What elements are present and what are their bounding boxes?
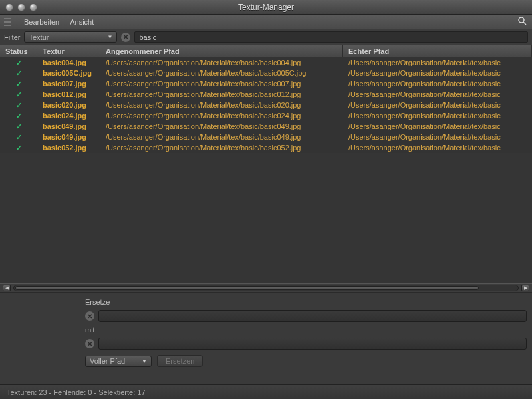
assumed-path: /Users/asanger/Organisation/Material/tex… [100, 101, 343, 109]
zoom-window-button[interactable] [29, 3, 37, 11]
close-window-button[interactable] [5, 3, 13, 11]
table-row[interactable]: ✓basic049.jpg/Users/asanger/Organisation… [0, 121, 532, 132]
texture-name: basic049.jpg [37, 133, 100, 141]
menu-edit[interactable]: Bearbeiten [24, 18, 59, 26]
status-check-icon: ✓ [0, 144, 37, 152]
menu-view[interactable]: Ansicht [70, 18, 94, 26]
texture-name: basic020.jpg [37, 101, 100, 109]
column-header-assumed-path[interactable]: Angenommener Pfad [100, 45, 343, 57]
texture-name: basic024.jpg [37, 112, 100, 120]
replace-from-input[interactable] [98, 310, 527, 322]
table-header: Status Textur Angenommener Pfad Echter P… [0, 45, 532, 57]
real-path: /Users/asanger/Organisation/Material/tex… [343, 90, 532, 98]
table-row[interactable]: ✓basic007.jpg/Users/asanger/Organisation… [0, 78, 532, 89]
status-text: Texturen: 23 - Fehlende: 0 - Selektierte… [7, 388, 146, 396]
window-controls [0, 3, 37, 11]
column-header-real-path[interactable]: Echter Pfad [343, 45, 532, 57]
assumed-path: /Users/asanger/Organisation/Material/tex… [100, 69, 343, 77]
horizontal-scrollbar[interactable]: ◀ ▶ [0, 283, 532, 293]
replace-mode-dropdown[interactable]: Voller Pfad ▼ [85, 356, 152, 367]
real-path: /Users/asanger/Organisation/Material/tex… [343, 101, 532, 109]
assumed-path: /Users/asanger/Organisation/Material/tex… [100, 59, 343, 66]
texture-name: basic004.jpg [37, 59, 100, 66]
status-check-icon: ✓ [0, 101, 37, 110]
filter-search-input[interactable] [134, 31, 528, 43]
svg-point-0 [519, 17, 524, 23]
replace-with-label: mit [85, 326, 527, 334]
assumed-path: /Users/asanger/Organisation/Material/tex… [100, 144, 343, 152]
assumed-path: /Users/asanger/Organisation/Material/tex… [100, 112, 343, 120]
replace-to-input[interactable] [98, 338, 527, 350]
texture-name: basic052.jpg [37, 144, 100, 152]
status-check-icon: ✓ [0, 90, 37, 99]
menubar: Bearbeiten Ansicht [0, 15, 532, 29]
assumed-path: /Users/asanger/Organisation/Material/tex… [100, 133, 343, 141]
status-check-icon: ✓ [0, 59, 37, 67]
replace-panel: Ersetze ✕ mit ✕ Voller Pfad ▼ Ersetzen [0, 293, 532, 372]
drag-grip-icon[interactable] [4, 18, 11, 26]
search-icon[interactable] [517, 16, 527, 27]
real-path: /Users/asanger/Organisation/Material/tex… [343, 69, 532, 77]
scroll-track[interactable] [13, 285, 519, 291]
filter-bar: Filter Textur ▼ ✕ [0, 29, 532, 45]
filter-type-value: Textur [29, 33, 49, 41]
assumed-path: /Users/asanger/Organisation/Material/tex… [100, 122, 343, 130]
table-row[interactable]: ✓basic049.jpg/Users/asanger/Organisation… [0, 132, 532, 142]
real-path: /Users/asanger/Organisation/Material/tex… [343, 59, 532, 66]
table-row[interactable]: ✓basic004.jpg/Users/asanger/Organisation… [0, 57, 532, 68]
real-path: /Users/asanger/Organisation/Material/tex… [343, 122, 532, 130]
scroll-thumb[interactable] [15, 286, 479, 290]
table-row[interactable]: ✓basic012.jpg/Users/asanger/Organisation… [0, 89, 532, 100]
chevron-down-icon: ▼ [142, 358, 147, 364]
table-row[interactable]: ✓basic020.jpg/Users/asanger/Organisation… [0, 100, 532, 110]
texture-name: basic012.jpg [37, 90, 100, 98]
filter-label: Filter [4, 33, 20, 41]
real-path: /Users/asanger/Organisation/Material/tex… [343, 80, 532, 88]
clear-replace-to-button[interactable]: ✕ [85, 339, 94, 348]
table-body: ✓basic004.jpg/Users/asanger/Organisation… [0, 57, 532, 283]
table-row[interactable]: ✓basic024.jpg/Users/asanger/Organisation… [0, 110, 532, 121]
table-row[interactable]: ✓basic005C.jpg/Users/asanger/Organisatio… [0, 68, 532, 78]
scroll-right-button[interactable]: ▶ [521, 285, 529, 291]
filter-type-dropdown[interactable]: Textur ▼ [24, 31, 117, 43]
status-check-icon: ✓ [0, 80, 37, 88]
window-title: Textur-Manager [0, 3, 532, 12]
column-header-status[interactable]: Status [0, 45, 37, 57]
status-bar: Texturen: 23 - Fehlende: 0 - Selektierte… [0, 384, 532, 399]
titlebar: Textur-Manager [0, 0, 532, 15]
clear-filter-button[interactable]: ✕ [121, 33, 130, 42]
table-row[interactable]: ✓basic052.jpg/Users/asanger/Organisation… [0, 142, 532, 153]
texture-name: basic007.jpg [37, 80, 100, 88]
replace-mode-value: Voller Pfad [90, 357, 125, 365]
status-check-icon: ✓ [0, 112, 37, 120]
assumed-path: /Users/asanger/Organisation/Material/tex… [100, 80, 343, 88]
real-path: /Users/asanger/Organisation/Material/tex… [343, 112, 532, 120]
status-check-icon: ✓ [0, 69, 37, 78]
chevron-down-icon: ▼ [108, 34, 113, 40]
svg-line-1 [523, 22, 526, 25]
real-path: /Users/asanger/Organisation/Material/tex… [343, 133, 532, 141]
texture-name: basic005C.jpg [37, 69, 100, 77]
assumed-path: /Users/asanger/Organisation/Material/tex… [100, 90, 343, 98]
status-check-icon: ✓ [0, 133, 37, 142]
real-path: /Users/asanger/Organisation/Material/tex… [343, 144, 532, 152]
clear-replace-from-button[interactable]: ✕ [85, 311, 94, 321]
status-check-icon: ✓ [0, 122, 37, 131]
minimize-window-button[interactable] [17, 3, 25, 11]
replace-button[interactable]: Ersetzen [157, 355, 203, 367]
scroll-left-button[interactable]: ◀ [3, 285, 11, 291]
texture-name: basic049.jpg [37, 122, 100, 130]
column-header-texture[interactable]: Textur [37, 45, 100, 57]
replace-label: Ersetze [85, 298, 527, 306]
